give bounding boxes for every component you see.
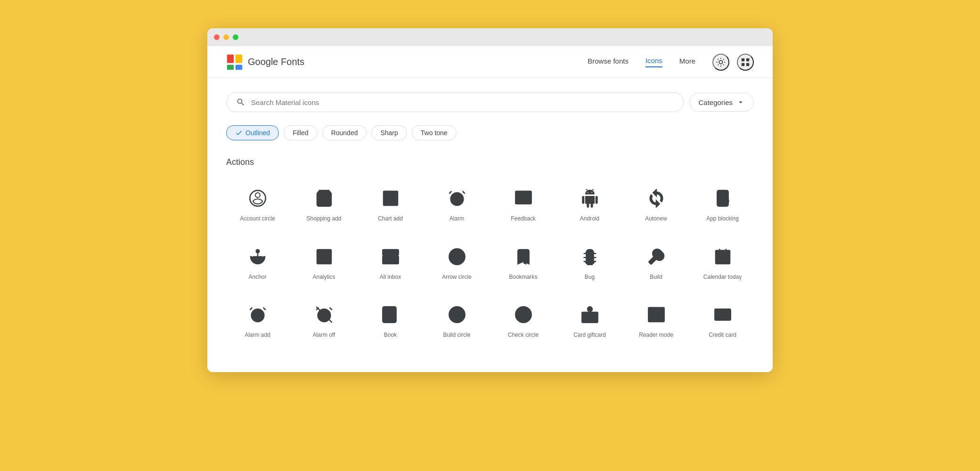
icon-reader-mode[interactable]: Reader mode — [625, 295, 687, 346]
svg-point-34 — [523, 200, 524, 201]
icon-feedback[interactable]: Feedback — [492, 179, 555, 229]
all-inbox-icon — [381, 247, 400, 266]
icon-reader-mode-label: Reader mode — [639, 332, 673, 339]
anchor-icon — [248, 247, 267, 266]
android-icon — [580, 189, 599, 208]
grid-view-button[interactable] — [737, 54, 754, 71]
icon-calendar-today[interactable]: Calendar today — [691, 237, 754, 288]
google-fonts-logo-icon — [226, 54, 243, 71]
icon-build[interactable]: Build — [625, 237, 687, 288]
alarm-off-icon — [315, 305, 334, 324]
browser-window: Google Fonts Browse fonts Icons More — [207, 28, 773, 372]
icon-credit-card[interactable]: Credit card — [691, 295, 754, 346]
icon-alarm-add[interactable]: Alarm add — [226, 295, 289, 346]
nav-icons[interactable]: Icons — [645, 57, 662, 67]
build-icon — [647, 247, 666, 266]
browser-dot-green[interactable] — [233, 34, 238, 40]
svg-point-4 — [719, 60, 722, 64]
svg-rect-2 — [227, 65, 234, 70]
svg-rect-82 — [715, 309, 730, 320]
icon-autonew[interactable]: Autonew — [625, 179, 687, 229]
svg-rect-49 — [383, 250, 398, 255]
icon-alarm-off-label: Alarm off — [313, 332, 335, 339]
build-circle-icon — [448, 305, 466, 324]
chip-outlined-label: Outlined — [245, 129, 270, 137]
icon-android[interactable]: Android — [558, 179, 621, 229]
calendar-today-icon — [713, 247, 732, 266]
search-row: Categories — [226, 92, 754, 112]
icon-arrow-circle[interactable]: Arrow circle — [425, 237, 488, 288]
logo-text: Google Fonts — [248, 57, 304, 67]
grid-icon — [740, 57, 751, 67]
feedback-icon — [514, 189, 533, 208]
icon-alarm[interactable]: Alarm — [425, 179, 488, 229]
svg-rect-58 — [719, 257, 722, 259]
account-circle-icon — [248, 189, 267, 208]
chart-add-icon — [381, 189, 400, 208]
icon-app-blocking[interactable]: App blocking — [691, 179, 754, 229]
card-giftcard-icon — [580, 305, 599, 324]
icon-analytics[interactable]: Analytics — [293, 237, 355, 288]
chip-sharp[interactable]: Sharp — [371, 125, 407, 140]
categories-label: Categories — [698, 98, 733, 106]
categories-button[interactable]: Categories — [689, 93, 754, 112]
icon-book[interactable]: Book — [359, 295, 422, 346]
icon-chart-add-label: Chart add — [378, 215, 403, 223]
alarm-add-icon — [248, 305, 267, 324]
icon-grid-row1: Account circle Shopping add — [226, 179, 754, 229]
browser-chrome — [207, 28, 773, 46]
svg-rect-14 — [746, 58, 749, 61]
search-bar[interactable] — [226, 92, 684, 112]
chip-sharp-label: Sharp — [380, 129, 398, 137]
dark-mode-button[interactable] — [712, 54, 729, 71]
icon-alarm-off[interactable]: Alarm off — [293, 295, 355, 346]
icon-card-giftcard[interactable]: Card giftcard — [558, 295, 621, 346]
svg-line-67 — [329, 308, 332, 310]
icon-account-circle-label: Account circle — [240, 215, 275, 223]
icon-shopping-add-label: Shopping add — [306, 215, 341, 223]
chip-outlined[interactable]: Outlined — [226, 125, 279, 140]
chip-twotone[interactable]: Two tone — [412, 125, 457, 140]
svg-rect-1 — [236, 54, 242, 63]
svg-point-38 — [256, 250, 259, 253]
icon-anchor-label: Anchor — [248, 274, 266, 281]
svg-rect-16 — [746, 63, 749, 65]
chevron-down-icon — [736, 98, 745, 106]
icon-app-blocking-label: App blocking — [706, 215, 739, 223]
search-icon — [236, 97, 245, 107]
icon-bug-label: Bug — [585, 274, 595, 281]
nav-more[interactable]: More — [679, 57, 695, 67]
alarm-icon — [448, 189, 466, 208]
nav-browse-fonts[interactable]: Browse fonts — [588, 57, 629, 67]
browser-dot-yellow[interactable] — [223, 34, 229, 40]
chip-rounded[interactable]: Rounded — [322, 125, 367, 140]
icon-check-circle-label: Check circle — [508, 332, 539, 339]
icon-all-inbox[interactable]: All inbox — [359, 237, 422, 288]
icon-chart-add[interactable]: Chart add — [359, 179, 422, 229]
svg-line-10 — [723, 65, 724, 65]
icon-autonew-label: Autonew — [645, 215, 667, 223]
chip-rounded-label: Rounded — [331, 129, 358, 137]
icon-anchor[interactable]: Anchor — [226, 237, 289, 288]
icon-arrow-circle-label: Arrow circle — [442, 274, 472, 281]
icon-build-circle[interactable]: Build circle — [425, 295, 488, 346]
icon-grid-row2: Anchor Analytics — [226, 237, 754, 288]
icon-grid-row3: Alarm add Alarm off — [226, 295, 754, 346]
svg-line-9 — [718, 59, 719, 59]
credit-card-icon — [713, 305, 732, 324]
icon-bug[interactable]: Bug — [558, 237, 621, 288]
icon-shopping-add[interactable]: Shopping add — [293, 179, 355, 229]
svg-rect-3 — [236, 65, 242, 70]
svg-rect-54 — [716, 250, 730, 263]
main-nav: Browse fonts Icons More — [588, 57, 695, 67]
logo-area: Google Fonts — [226, 54, 588, 71]
icon-account-circle[interactable]: Account circle — [226, 179, 289, 229]
icon-analytics-label: Analytics — [312, 274, 335, 281]
chip-filled[interactable]: Filled — [284, 125, 317, 140]
search-input[interactable] — [251, 98, 674, 106]
browser-dot-red[interactable] — [214, 34, 220, 40]
icon-android-label: Android — [580, 215, 599, 223]
icon-check-circle[interactable]: Check circle — [492, 295, 555, 346]
section-title: Actions — [226, 157, 754, 167]
icon-bookmarks[interactable]: Bookmarks — [492, 237, 555, 288]
